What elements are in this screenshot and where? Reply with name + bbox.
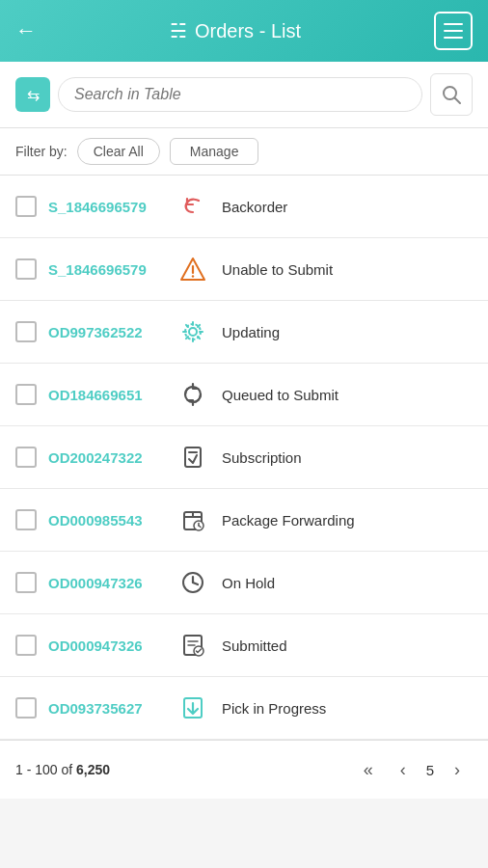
status-icon-download: [176, 691, 210, 725]
table-row: S_1846696579 Unable to Submit: [0, 238, 488, 301]
header-title-group: ☵ Orders - List: [170, 19, 301, 42]
status-text-6: On Hold: [222, 575, 473, 591]
manage-button[interactable]: Manage: [170, 138, 259, 165]
pagination: « ‹ 5 ›: [353, 754, 473, 785]
row-checkbox-6[interactable]: [15, 572, 37, 593]
table-row: OD000985543 Package Forwarding: [0, 489, 488, 552]
prev-page-button[interactable]: ‹: [388, 754, 419, 785]
next-page-button[interactable]: ›: [442, 754, 473, 785]
status-text-5: Package Forwarding: [222, 512, 473, 529]
clear-all-button[interactable]: Clear All: [77, 138, 160, 165]
table-row: OD997362522 Updating: [0, 301, 488, 364]
row-checkbox-2[interactable]: [15, 321, 37, 342]
row-checkbox-3[interactable]: [15, 384, 37, 405]
status-icon-warning: [176, 252, 210, 286]
order-id-0[interactable]: S_1846696579: [48, 199, 164, 215]
status-icon-gear: [176, 314, 210, 349]
status-icon-sub: [176, 440, 210, 475]
order-id-2[interactable]: OD997362522: [48, 324, 164, 340]
order-id-1[interactable]: S_1846696579: [48, 261, 164, 278]
status-text-4: Subscription: [222, 449, 473, 466]
results-range: 1 - 100 of: [15, 762, 76, 777]
svg-line-1: [455, 98, 461, 104]
footer: 1 - 100 of 6,250 « ‹ 5 ›: [0, 740, 488, 799]
status-text-8: Pick in Progress: [222, 700, 473, 717]
table-row: OD093735627 Pick in Progress: [0, 677, 488, 740]
status-icon-backorder: [176, 189, 210, 224]
row-checkbox-7[interactable]: [15, 635, 37, 656]
filter-bar: Filter by: Clear All Manage: [0, 128, 488, 176]
back-button[interactable]: ←: [15, 18, 37, 43]
svg-point-4: [192, 275, 194, 277]
order-id-8[interactable]: OD093735627: [48, 700, 164, 717]
table-row: OD000947326 Submitted: [0, 614, 488, 677]
order-id-7[interactable]: OD000947326: [48, 637, 164, 654]
app-header: ← ☵ Orders - List: [0, 0, 488, 62]
table-row: OD200247322 Subscription: [0, 426, 488, 489]
search-button[interactable]: [430, 73, 473, 116]
search-input[interactable]: [58, 77, 422, 112]
status-text-0: Backorder: [222, 199, 473, 215]
orders-icon: ☵: [170, 19, 187, 42]
menu-button[interactable]: [434, 12, 473, 50]
filter-icon: ⇆: [27, 86, 40, 104]
hamburger-icon: [444, 23, 463, 39]
filter-toggle-button[interactable]: ⇆: [15, 77, 50, 112]
svg-point-5: [189, 328, 197, 336]
row-checkbox-0[interactable]: [15, 196, 37, 217]
table-row: OD184669651 Queued to Submit: [0, 364, 488, 426]
row-checkbox-1[interactable]: [15, 258, 37, 280]
first-page-button[interactable]: «: [353, 754, 384, 785]
order-id-5[interactable]: OD000985543: [48, 512, 164, 529]
status-text-3: Queued to Submit: [222, 387, 473, 403]
status-text-7: Submitted: [222, 637, 473, 654]
magnifier-icon: [441, 84, 462, 105]
page-title: Orders - List: [195, 20, 301, 42]
orders-list: S_1846696579 Backorder S_1846696579 Unab…: [0, 176, 488, 740]
results-total: 6,250: [76, 762, 110, 777]
svg-line-17: [193, 583, 198, 584]
table-row: OD000947326 On Hold: [0, 552, 488, 614]
order-id-3[interactable]: OD184669651: [48, 387, 164, 403]
status-icon-refresh: [176, 377, 210, 412]
search-bar: ⇆: [0, 62, 488, 128]
results-info: 1 - 100 of 6,250: [15, 762, 110, 777]
filter-by-label: Filter by:: [15, 144, 68, 159]
row-checkbox-4[interactable]: [15, 447, 37, 468]
current-page: 5: [422, 762, 438, 778]
table-row: S_1846696579 Backorder: [0, 176, 488, 238]
row-checkbox-5[interactable]: [15, 509, 37, 530]
status-icon-pkg: [176, 502, 210, 537]
order-id-6[interactable]: OD000947326: [48, 575, 164, 591]
status-text-2: Updating: [222, 324, 473, 340]
order-id-4[interactable]: OD200247322: [48, 449, 164, 466]
status-icon-clock: [176, 565, 210, 600]
status-icon-submitted: [176, 628, 210, 663]
row-checkbox-8[interactable]: [15, 697, 37, 719]
status-text-1: Unable to Submit: [222, 261, 473, 278]
